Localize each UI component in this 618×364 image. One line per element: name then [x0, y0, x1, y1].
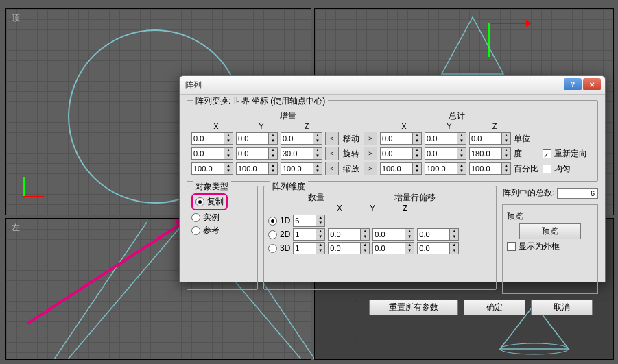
rotate-tot-x[interactable]: ▲▼ [380, 147, 422, 160]
row-scale: ▲▼ ▲▼ ▲▼ < 缩放 > ▲▼ ▲▼ ▲▼ 百分比 均匀 [191, 162, 593, 175]
lock-right-icon[interactable]: > [364, 147, 377, 160]
dialog-titlebar[interactable]: 阵列 ? ✕ [180, 76, 605, 95]
axis-x: X [337, 204, 342, 213]
unit-label: 单位 [514, 133, 540, 145]
unit-label: 百分比 [514, 163, 540, 175]
rotate-tot-z[interactable]: ▲▼ [469, 147, 511, 160]
group-object-type: 对象类型 复制 实例 参考 [187, 186, 258, 290]
move-tot-x[interactable]: ▲▼ [380, 132, 422, 145]
scale-inc-y[interactable]: ▲▼ [236, 162, 278, 175]
row-rotate: ▲▼ ▲▼ ▲▼ < 旋转 > ▲▼ ▲▼ ▲▼ 度 重新定向 [191, 147, 593, 160]
rotate-inc-z[interactable]: ▲▼ [281, 147, 322, 160]
viewport-label: 左 [12, 222, 20, 234]
lock-left-icon[interactable]: < [325, 132, 339, 145]
axis-y: Y [370, 204, 375, 213]
uniform-checkbox[interactable]: 均匀 [543, 163, 571, 175]
count-1d[interactable]: ▲▼ [293, 215, 325, 227]
radio-3d[interactable]: 3D [268, 243, 290, 253]
radio-instance[interactable]: 实例 [191, 212, 219, 223]
offset-2d-y[interactable]: ▲▼ [372, 228, 414, 241]
lock-right-icon[interactable]: > [364, 132, 377, 145]
axis-z: Z [403, 204, 407, 213]
help-button[interactable]: ? [564, 78, 582, 90]
rotate-inc-x[interactable]: ▲▼ [191, 147, 233, 160]
row-label-scale: 缩放 [342, 163, 361, 175]
group-label: 预览 [507, 210, 593, 222]
header-offset: 增量行偏移 [338, 192, 492, 204]
axis-y: Y [252, 122, 271, 130]
ok-button[interactable]: 确定 [464, 300, 525, 315]
radio-1d[interactable]: 1D [268, 216, 290, 226]
scene-cone [438, 16, 507, 77]
scale-tot-y[interactable]: ▲▼ [425, 162, 466, 175]
viewport-label: 顶 [12, 12, 20, 24]
lock-left-icon[interactable]: < [325, 162, 339, 175]
group-label: 阵列维度 [270, 181, 308, 193]
scale-inc-x[interactable]: ▲▼ [191, 162, 233, 175]
axis-z: Z [297, 122, 316, 130]
array-dialog: 阵列 ? ✕ 阵列变换: 世界 坐标 (使用轴点中心) 增量 总计 X Y Z … [179, 75, 606, 282]
header-increment: 增量 [227, 110, 349, 122]
group-preview: 预览 预览 显示为外框 [502, 204, 598, 294]
scale-tot-z[interactable]: ▲▼ [469, 162, 511, 175]
offset-3d-z[interactable]: ▲▼ [417, 242, 459, 254]
move-tot-y[interactable]: ▲▼ [425, 132, 466, 145]
reorient-checkbox[interactable]: 重新定向 [543, 148, 587, 160]
radio-2d[interactable]: 2D [268, 230, 290, 239]
close-button[interactable]: ✕ [583, 78, 601, 90]
group-array-transform: 阵列变换: 世界 坐标 (使用轴点中心) 增量 总计 X Y Z X Y Z ▲… [187, 100, 598, 182]
move-inc-y[interactable]: ▲▼ [236, 132, 278, 145]
unit-label: 度 [514, 148, 540, 160]
axis-z: Z [485, 122, 504, 130]
preview-button[interactable]: 预览 [519, 223, 581, 239]
show-brackets-checkbox[interactable]: 显示为外框 [507, 241, 560, 252]
row-label-rotate: 旋转 [342, 148, 361, 160]
move-inc-z[interactable]: ▲▼ [281, 132, 322, 145]
group-dimensions: 阵列维度 数量 增量行偏移 X Y Z 1D ▲▼ 2D ▲▼ ▲▼ [263, 186, 497, 290]
scale-tot-x[interactable]: ▲▼ [380, 162, 422, 175]
total-label: 阵列中的总数: [503, 187, 554, 199]
radio-copy[interactable]: 复制 [195, 196, 224, 208]
offset-3d-y[interactable]: ▲▼ [372, 242, 414, 254]
count-2d[interactable]: ▲▼ [293, 228, 325, 241]
count-3d[interactable]: ▲▼ [293, 242, 325, 254]
rotate-inc-y[interactable]: ▲▼ [236, 147, 278, 160]
total-value: 6 [557, 188, 598, 199]
lock-right-icon[interactable]: > [364, 162, 377, 175]
row-label-move: 移动 [342, 133, 361, 145]
lock-left-icon[interactable]: < [325, 147, 339, 160]
cancel-button[interactable]: 取消 [531, 300, 593, 315]
group-label: 阵列变换: 世界 坐标 (使用轴点中心) [193, 95, 328, 107]
rotate-tot-y[interactable]: ▲▼ [425, 147, 466, 160]
offset-3d-x[interactable]: ▲▼ [328, 242, 370, 254]
offset-2d-z[interactable]: ▲▼ [417, 228, 459, 241]
scale-inc-z[interactable]: ▲▼ [281, 162, 322, 175]
move-tot-z[interactable]: ▲▼ [469, 132, 511, 145]
reset-button[interactable]: 重置所有参数 [369, 300, 458, 315]
header-count: 数量 [297, 192, 335, 204]
axis-x: X [394, 122, 414, 130]
dialog-title: 阵列 [185, 80, 202, 91]
axis-gizmo [16, 170, 51, 204]
row-move: ▲▼ ▲▼ ▲▼ < 移动 > ▲▼ ▲▼ ▲▼ 单位 [191, 132, 593, 145]
group-label: 对象类型 [193, 181, 231, 193]
move-inc-x[interactable]: ▲▼ [191, 132, 233, 145]
axis-y: Y [440, 122, 459, 130]
offset-2d-x[interactable]: ▲▼ [328, 228, 370, 241]
header-total: 总计 [396, 110, 518, 122]
radio-reference[interactable]: 参考 [191, 225, 219, 236]
axis-x: X [206, 122, 226, 130]
